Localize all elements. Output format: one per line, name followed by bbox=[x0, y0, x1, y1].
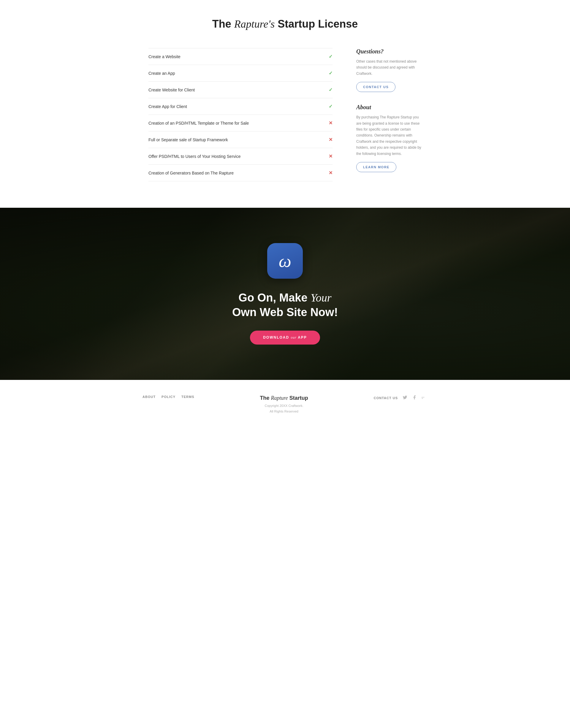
license-item-offer-psd-hosting: Offer PSD/HTML to Users of Your Hosting … bbox=[149, 148, 332, 165]
cross-icon: ✕ bbox=[329, 120, 332, 126]
license-item-generators: Creation of Generators Based on The Rapt… bbox=[149, 165, 332, 181]
footer-brand: The Rapture Startup Copyright 20XX Craft… bbox=[260, 395, 308, 414]
license-item-label: Create Website for Client bbox=[149, 87, 195, 92]
license-item-label: Creation of an PSD/HTML Template or Them… bbox=[149, 121, 249, 125]
license-item-label: Create an App bbox=[149, 71, 175, 76]
facebook-icon[interactable] bbox=[412, 395, 417, 401]
page-title: The Rapture's Startup License bbox=[149, 18, 421, 30]
license-item-create-app: Create an App✓ bbox=[149, 65, 332, 82]
footer-nav-about[interactable]: ABOUT bbox=[142, 395, 156, 399]
license-item-create-website-client: Create Website for Client✓ bbox=[149, 82, 332, 98]
svg-text:g+: g+ bbox=[421, 396, 424, 399]
footer-nav-terms[interactable]: TERMS bbox=[182, 395, 195, 399]
questions-text: Other cases that not mentioned above sho… bbox=[356, 58, 421, 76]
footer-nav: ABOUTPOLICYTERMS bbox=[142, 395, 195, 399]
cross-icon: ✕ bbox=[329, 137, 332, 142]
footer-copyright: Copyright 20XX Craftwork. All Rights Res… bbox=[260, 403, 308, 414]
cross-icon: ✕ bbox=[329, 153, 332, 159]
license-item-label: Creation of Generators Based on The Rapt… bbox=[149, 170, 234, 175]
download-app-button[interactable]: DOWNLOAD our APP bbox=[250, 331, 320, 345]
hero-section: ω Go On, Make Your Own Web Site Now! DOW… bbox=[0, 208, 570, 380]
about-section: About By purchasing The Rapture Startup … bbox=[356, 104, 421, 172]
license-sidebar: Questions? Other cases that not mentione… bbox=[356, 48, 421, 184]
license-items-list: Create a Website✓Create an App✓Create We… bbox=[149, 48, 332, 181]
footer: ABOUTPOLICYTERMS The Rapture Startup Cop… bbox=[0, 380, 570, 426]
license-item-label: Full or Separate sale of Startup Framewo… bbox=[149, 137, 228, 142]
questions-title: Questions? bbox=[356, 48, 421, 55]
license-section: The Rapture's Startup License Create a W… bbox=[142, 0, 428, 208]
check-icon: ✓ bbox=[329, 103, 332, 109]
twitter-icon[interactable] bbox=[402, 395, 407, 401]
footer-brand-name: The Rapture Startup bbox=[260, 395, 308, 401]
learn-more-button[interactable]: LEARN MORE bbox=[356, 162, 396, 172]
footer-nav-policy[interactable]: POLICY bbox=[162, 395, 176, 399]
hero-title: Go On, Make Your Own Web Site Now! bbox=[232, 291, 338, 320]
check-icon: ✓ bbox=[329, 54, 332, 59]
license-item-psd-html-template: Creation of an PSD/HTML Template or Them… bbox=[149, 115, 332, 131]
check-icon: ✓ bbox=[329, 70, 332, 76]
questions-section: Questions? Other cases that not mentione… bbox=[356, 48, 421, 92]
license-item-label: Offer PSD/HTML to Users of Your Hosting … bbox=[149, 154, 241, 159]
footer-right: CONTACT US g+ bbox=[374, 395, 428, 401]
footer-contact-label: CONTACT US bbox=[374, 396, 398, 400]
contact-us-button[interactable]: CONTACT US bbox=[356, 82, 395, 92]
license-item-create-website: Create a Website✓ bbox=[149, 48, 332, 65]
license-content: Create a Website✓Create an App✓Create We… bbox=[149, 48, 421, 184]
cross-icon: ✕ bbox=[329, 170, 332, 176]
license-item-create-app-client: Create App for Client✓ bbox=[149, 98, 332, 115]
footer-inner: ABOUTPOLICYTERMS The Rapture Startup Cop… bbox=[142, 395, 428, 414]
googleplus-icon[interactable]: g+ bbox=[421, 395, 428, 401]
app-icon: ω bbox=[267, 243, 303, 279]
hero-content: ω Go On, Make Your Own Web Site Now! DOW… bbox=[226, 225, 344, 362]
license-item-label: Create a Website bbox=[149, 54, 181, 59]
app-icon-letter: ω bbox=[279, 251, 291, 271]
check-icon: ✓ bbox=[329, 87, 332, 93]
about-title: About bbox=[356, 104, 421, 111]
license-item-label: Create App for Client bbox=[149, 104, 187, 109]
about-text: By purchasing The Rapture Startup you ar… bbox=[356, 114, 421, 157]
license-item-startup-framework-sale: Full or Separate sale of Startup Framewo… bbox=[149, 131, 332, 148]
